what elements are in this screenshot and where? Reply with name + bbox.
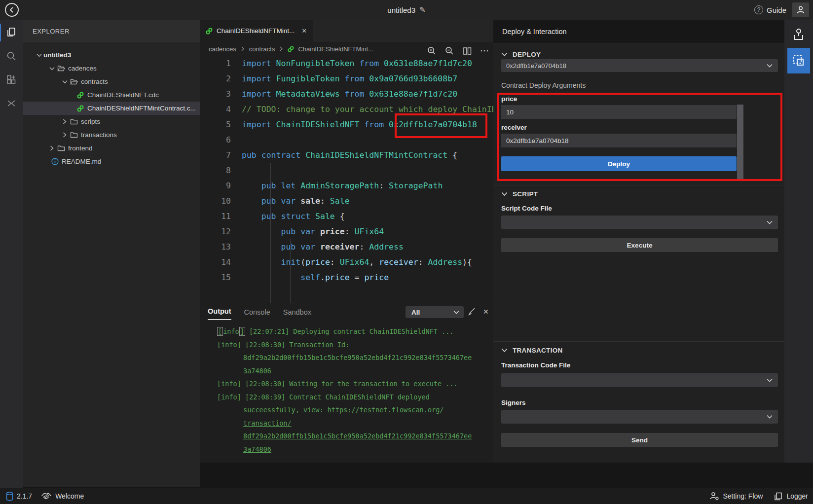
tree-item-transactions[interactable]: transactions — [23, 128, 200, 142]
send-button[interactable]: Send — [501, 433, 778, 447]
tree-item-label: cadences — [68, 65, 97, 72]
log-line: [info] [22:08:30] Transaction Id: — [217, 338, 493, 352]
tree-item-cadences[interactable]: cadences — [23, 62, 200, 75]
tree-item-frontend[interactable]: frontend — [23, 142, 200, 155]
tree-item-readme-md[interactable]: README.md — [23, 155, 200, 168]
version-item[interactable]: 2.1.7 — [6, 492, 32, 501]
breadcrumb-item[interactable]: ChainIDEShieldNFTMint... — [298, 45, 373, 53]
plugin-icon[interactable] — [0, 93, 23, 114]
log-line: 8df29a2b2d00ffb15be1c5bcfe950a52ebd4f21c… — [217, 351, 493, 364]
tree-item-untitled3[interactable]: untitled3 — [23, 48, 200, 62]
editor-tab-bar: ChainIDEShieldNFTMint... ✕ — [200, 20, 493, 42]
search-icon[interactable] — [0, 45, 23, 67]
log-link[interactable]: 8df29a2b2d00ffb15be1c5bcfe950a52ebd4f21c… — [243, 432, 472, 440]
avatar[interactable] — [792, 2, 809, 17]
args-scrollbar[interactable] — [737, 105, 743, 179]
log-output: [info] [22:07:21] Deploying contract Cha… — [200, 320, 493, 463]
close-tab-icon[interactable]: ✕ — [301, 27, 307, 35]
folder-icon — [69, 118, 79, 125]
editor-region: ChainIDEShieldNFTMint... ✕ ⋯ cadences co… — [200, 20, 493, 463]
deploy-panel-tab[interactable] — [787, 48, 810, 73]
script-section-header[interactable]: SCRIPT — [501, 190, 538, 198]
flow-file-icon — [206, 28, 213, 35]
breadcrumb-item[interactable]: cadences — [209, 45, 236, 53]
log-link[interactable]: transaction/ — [243, 419, 292, 427]
log-link[interactable]: 3a74806 — [243, 445, 271, 453]
code-line-7: 7pub contract ChainIDEShieldNFTMintContr… — [200, 147, 493, 163]
tree-item-chainideshieldnft-cdc[interactable]: ChainIDEShieldNFT.cdc — [23, 88, 200, 102]
deploy-button[interactable]: Deploy — [501, 156, 737, 171]
arg-price-input[interactable]: 10 — [501, 105, 737, 119]
code-line-2: 2import FungibleToken from 0x9a0766d93b6… — [200, 71, 493, 86]
tree-item-label: untitled3 — [43, 51, 71, 59]
explorer-tree: untitled3cadencescontractsChainIDEShield… — [23, 42, 200, 168]
editor-tab-label: ChainIDEShieldNFTMint... — [217, 27, 295, 35]
logger-item[interactable]: Logger — [774, 492, 808, 501]
code-line-11: 11 pub struct Sale { — [200, 209, 493, 224]
log-line: 3a74806 — [217, 443, 493, 456]
files-icon[interactable] — [0, 22, 23, 43]
code-editor[interactable]: 1import NonFungibleToken from 0x631e88ae… — [200, 56, 493, 323]
script-file-label: Script Code File — [501, 205, 552, 212]
deploy-interaction-icon — [792, 54, 805, 67]
project-title: untitled3 — [387, 6, 415, 14]
chevron-down-icon — [766, 414, 773, 419]
deploy-args-label: Contract Deploy Arguments — [501, 81, 586, 89]
arg-receiver-input[interactable]: 0x2dffb1e7a0704b18 — [501, 134, 737, 147]
folder-open-icon — [69, 78, 79, 85]
zoom-out-icon[interactable] — [444, 46, 454, 56]
transaction-section-header[interactable]: TRANSACTION — [501, 347, 563, 354]
transaction-file-select[interactable] — [501, 373, 778, 387]
clear-output-icon[interactable] — [468, 307, 476, 316]
chevron-right-icon — [279, 46, 284, 52]
explorer-sidebar: EXPLORER untitled3cadencescontractsChain… — [23, 20, 200, 487]
more-actions-icon[interactable]: ⋯ — [480, 45, 489, 56]
log-link[interactable]: https://testnet.flowscan.org/ — [328, 406, 444, 414]
chevron-right-icon — [47, 145, 56, 151]
chevron-down-icon — [501, 348, 508, 353]
info-icon — [50, 158, 60, 165]
flow-icon — [75, 105, 85, 112]
tab-console[interactable]: Console — [244, 308, 270, 320]
database-icon — [6, 492, 13, 501]
rename-pencil-icon[interactable]: ✎ — [419, 5, 426, 14]
deploy-account-value: 0x2dffb1e7a0704b18 — [506, 62, 566, 70]
deploy-account-select[interactable]: 0x2dffb1e7a0704b18 — [501, 59, 778, 72]
editor-tab[interactable]: ChainIDEShieldNFTMint... ✕ — [200, 20, 313, 42]
tab-output[interactable]: Output — [208, 307, 231, 320]
guide-label: Guide — [767, 6, 786, 14]
line-number: 10 — [200, 196, 242, 206]
tab-sandbox[interactable]: Sandbox — [283, 308, 311, 320]
tree-item-scripts[interactable]: scripts — [23, 115, 200, 128]
account-faucet-icon[interactable] — [791, 28, 806, 42]
chevron-down-icon — [35, 53, 43, 57]
close-panel-icon[interactable]: ✕ — [483, 308, 489, 316]
breadcrumb-item[interactable]: contracts — [249, 45, 275, 53]
divider — [493, 341, 784, 342]
line-number: 12 — [200, 227, 242, 236]
deploy-interaction-panel: Deploy & Interaction DEPLOY 0x2dffb1e7a0… — [493, 20, 784, 463]
welcome-item[interactable]: Welcome — [41, 492, 84, 501]
signers-select[interactable] — [501, 410, 778, 424]
tree-item-label: scripts — [81, 118, 100, 125]
execute-button[interactable]: Execute — [501, 238, 778, 252]
setting-item[interactable]: Setting: Flow — [709, 492, 763, 501]
log-filter-dropdown[interactable]: All — [406, 306, 464, 318]
log-line: 8df29a2b2d00ffb15be1c5bcfe950a52ebd4f21c… — [217, 430, 493, 443]
tree-item-contracts[interactable]: contracts — [23, 75, 200, 88]
chevron-down-icon — [501, 192, 508, 196]
guide-button[interactable]: ? Guide — [754, 5, 786, 14]
zoom-in-icon[interactable] — [427, 46, 437, 56]
code-line-6: 6 — [200, 132, 493, 147]
activity-bar — [0, 20, 23, 488]
back-icon[interactable] — [5, 3, 19, 17]
logger-pages-icon — [774, 492, 783, 501]
script-file-select[interactable] — [501, 216, 778, 229]
code-line-14: 14 init(price: UFix64, receiver: Address… — [200, 254, 493, 270]
tree-item-chainideshieldnftmintcontract-c-[interactable]: ChainIDEShieldNFTMintContract.c... — [23, 102, 200, 115]
deploy-section-header[interactable]: DEPLOY — [501, 51, 541, 58]
line-number: 4 — [200, 105, 242, 114]
extensions-icon[interactable] — [0, 69, 23, 91]
arg-price-label: price — [501, 95, 517, 103]
split-editor-icon[interactable] — [462, 46, 472, 56]
